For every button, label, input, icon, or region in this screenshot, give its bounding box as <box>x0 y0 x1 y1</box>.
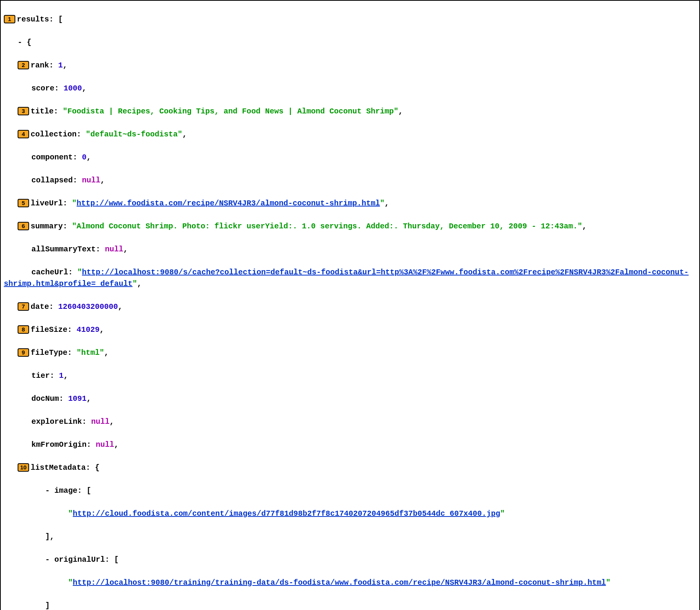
key-rank: rank <box>31 61 49 70</box>
callout-badge-8: 8 <box>18 325 29 334</box>
link-cacheUrl[interactable]: http://localhost:9080/s/cache?collection… <box>4 268 689 288</box>
value-rank: 1 <box>58 61 63 70</box>
value-docNum: 1091 <box>68 394 87 403</box>
key-image: image <box>54 486 77 495</box>
key-summary: summary <box>31 222 63 231</box>
key-results: results <box>17 15 49 24</box>
key-score: score <box>31 84 54 93</box>
callout-badge-6: 6 <box>18 222 29 230</box>
key-fileSize: fileSize <box>31 325 67 334</box>
value-tier: 1 <box>59 371 64 380</box>
key-allSummaryText: allSummaryText <box>31 245 96 254</box>
key-listMetadata: listMetadata <box>31 463 86 472</box>
key-date: date <box>31 302 49 311</box>
value-fileType: html <box>81 348 100 357</box>
key-docNum: docNum <box>31 394 59 403</box>
callout-badge-1: 1 <box>4 15 15 23</box>
key-title: title <box>31 107 54 116</box>
callout-badge-3: 3 <box>18 107 29 115</box>
callout-badge-7: 7 <box>18 302 29 311</box>
key-fileType: fileType <box>31 348 67 357</box>
value-fileSize: 41029 <box>77 325 100 334</box>
json-viewer: 1results: [ - { 2rank: 1, score: 1000, 3… <box>0 0 700 610</box>
callout-badge-5: 5 <box>18 199 29 207</box>
key-component: component <box>31 153 73 162</box>
link-liveUrl[interactable]: http://www.foodista.com/recipe/NSRV4JR3/… <box>77 199 380 208</box>
link-originalUrl[interactable]: http://localhost:9080/training/training-… <box>73 578 606 587</box>
key-cacheUrl: cacheUrl <box>31 268 68 277</box>
key-collapsed: collapsed <box>31 176 73 185</box>
key-exploreLink: exploreLink <box>31 417 82 426</box>
value-collection: default~ds-foodista <box>90 130 178 139</box>
callout-badge-4: 4 <box>18 130 29 138</box>
value-exploreLink: null <box>91 417 110 426</box>
key-collection: collection <box>31 130 77 139</box>
key-originalUrl: originalUrl <box>54 555 105 564</box>
key-tier: tier <box>31 371 50 380</box>
value-date: 1260403200000 <box>58 302 118 311</box>
value-allSummaryText: null <box>105 245 123 254</box>
key-liveUrl: liveUrl <box>31 199 63 208</box>
callout-badge-9: 9 <box>18 348 29 357</box>
key-kmFromOrigin: kmFromOrigin <box>31 440 87 449</box>
value-component: 0 <box>82 153 87 162</box>
callout-badge-10: 10 <box>18 463 29 472</box>
callout-badge-2: 2 <box>18 61 29 69</box>
value-score: 1000 <box>64 84 82 93</box>
value-summary: Almond Coconut Shrimp. Photo: flickr use… <box>77 222 577 231</box>
value-kmFromOrigin: null <box>96 440 114 449</box>
value-title: Foodista | Recipes, Cooking Tips, and Fo… <box>67 107 394 116</box>
link-image[interactable]: http://cloud.foodista.com/content/images… <box>73 509 500 518</box>
value-collapsed: null <box>82 176 100 185</box>
